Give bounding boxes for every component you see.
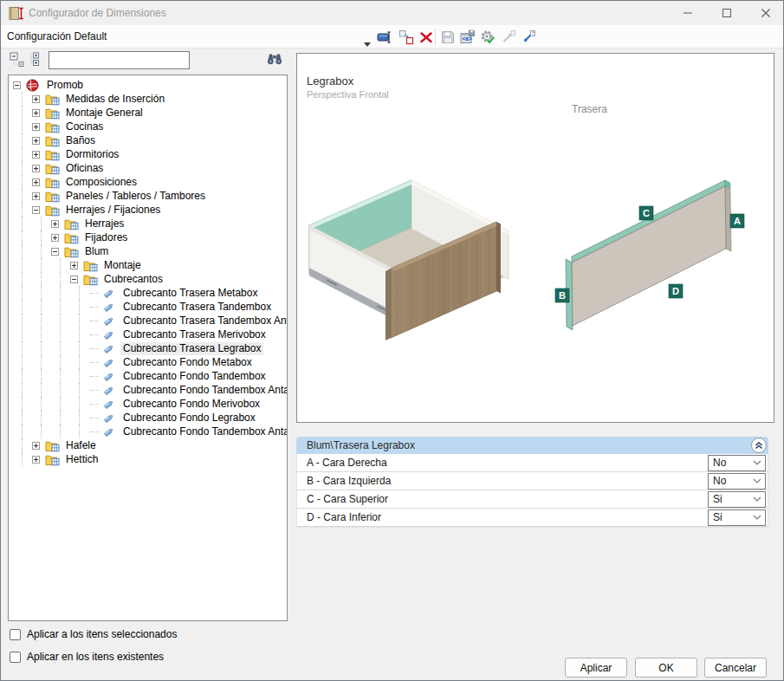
expand-toggle-icon[interactable]	[70, 276, 81, 283]
expand-toggle-icon[interactable]	[32, 456, 42, 464]
folder-icon	[45, 189, 60, 203]
tree-item-ba-os[interactable]: Baños	[9, 133, 287, 147]
apply-selected-items-checkbox[interactable]	[10, 629, 21, 640]
preview-view-label: Trasera	[572, 103, 607, 115]
tree-item-label: Hafele	[63, 439, 99, 452]
expand-toggle-icon[interactable]	[32, 123, 42, 131]
rename-config-icon[interactable]	[377, 29, 392, 45]
expand-toggle-icon[interactable]	[32, 206, 42, 214]
expand-toggle-icon[interactable]	[32, 137, 42, 145]
collapse-group-button[interactable]	[751, 438, 767, 453]
tree-indent-guide	[13, 369, 32, 383]
property-dropdown[interactable]: Si	[708, 509, 766, 526]
expand-toggle-icon[interactable]	[32, 178, 42, 186]
tree-item-medidas-de-inserci-n[interactable]: Medidas de Inserción	[9, 92, 287, 106]
expand-toggle-icon[interactable]	[32, 109, 42, 117]
expand-toggle-icon[interactable]	[32, 442, 42, 450]
tree-item-label: Cubrecanto Fondo Merivobox	[120, 398, 262, 411]
combobox-dropdown-arrow[interactable]	[364, 35, 371, 50]
property-label: D - Cara Inferior	[307, 511, 381, 523]
tree-item-cubrecantos[interactable]: Cubrecantos	[9, 272, 287, 286]
expand-toggle-icon[interactable]	[51, 248, 62, 256]
cancel-button[interactable]: Cancelar	[704, 658, 767, 678]
apply-existing-items-checkbox[interactable]	[10, 652, 21, 663]
tree-item-cubrecanto-trasera-legrabox[interactable]: Cubrecanto Trasera Legrabox	[9, 341, 287, 355]
tree-item-cubrecanto-fondo-tandembox-antaro[interactable]: Cubrecanto Fondo Tandembox Antaro	[9, 425, 287, 438]
apply-existing-items-label[interactable]: Aplicar en los itens existentes	[27, 651, 164, 663]
tree-indent-guide	[32, 369, 51, 383]
expand-toggle-icon[interactable]	[51, 220, 62, 228]
tree-item-paneles-tableros-tambores[interactable]: Paneles / Tableros / Tambores	[9, 189, 287, 203]
tree-indent-guide	[32, 341, 51, 355]
tree-item-cubrecanto-fondo-merivobox[interactable]: Cubrecanto Fondo Merivobox	[9, 397, 287, 411]
expand-toggle-icon[interactable]	[32, 151, 42, 159]
folder-icon	[64, 230, 79, 244]
expand-toggle-icon[interactable]	[51, 234, 62, 242]
property-label: B - Cara Izquierda	[307, 475, 391, 487]
tree-item-cubrecanto-trasera-tandembox-antaro[interactable]: Cubrecanto Trasera Tandembox Antaro	[9, 314, 287, 328]
tree-indent-guide	[13, 244, 32, 258]
tree-item-cubrecanto-trasera-merivobox[interactable]: Cubrecanto Trasera Merivobox	[9, 328, 287, 341]
gear-check-icon[interactable]	[480, 29, 496, 45]
tree-item-oficinas[interactable]: Oficinas	[9, 161, 287, 175]
apply-button[interactable]: Aplicar	[565, 658, 627, 678]
property-dropdown[interactable]: No	[708, 473, 766, 490]
tree-item-label: Herrajes / Fijaciones	[63, 204, 163, 217]
tree-indent-guide	[32, 230, 51, 244]
expand-toggle-icon[interactable]	[32, 95, 42, 103]
tree-item-hettich[interactable]: Hettich	[9, 452, 287, 466]
tree-indent-guide	[70, 425, 89, 438]
chevron-down-icon	[753, 496, 761, 502]
tree-item-label: Cocinas	[63, 120, 106, 133]
tree-item-herrajes[interactable]: Herrajes	[9, 217, 287, 230]
tag-icon	[102, 411, 117, 425]
tree-indent-guide	[32, 383, 51, 397]
expand-all-icon[interactable]	[29, 52, 43, 67]
expand-toggle-icon[interactable]	[32, 165, 42, 172]
tree-item-fijadores[interactable]: Fijadores	[9, 230, 287, 244]
tree-item-label: Cubrecanto Fondo Tandembox Antaro	[120, 425, 288, 438]
close-button[interactable]	[746, 1, 784, 25]
tree-item-dormitorios[interactable]: Dormitorios	[9, 147, 287, 161]
expand-toggle-icon[interactable]	[13, 81, 23, 89]
find-binoculars-icon[interactable]	[266, 50, 283, 67]
save-config-icon[interactable]: <a>	[460, 29, 476, 45]
maximize-button[interactable]	[707, 1, 746, 25]
tree-item-composiciones[interactable]: Composiciones	[9, 175, 287, 189]
folder-icon	[45, 452, 60, 466]
import-arrow-icon[interactable]	[521, 29, 536, 45]
tree-item-montaje[interactable]: Montaje	[9, 258, 287, 272]
delete-config-icon[interactable]	[418, 29, 434, 45]
duplicate-config-icon[interactable]	[398, 29, 414, 45]
configuration-combobox[interactable]: Configuración Default	[7, 25, 107, 49]
tree-item-cubrecanto-fondo-metabox[interactable]: Cubrecanto Fondo Metabox	[9, 355, 287, 369]
tree-item-cocinas[interactable]: Cocinas	[9, 120, 287, 133]
tree-item-cubrecanto-trasera-metabox[interactable]: Cubrecanto Trasera Metabox	[9, 286, 287, 300]
tree-item-herrajes-fijaciones[interactable]: Herrajes / Fijaciones	[9, 203, 287, 217]
collapse-all-icon[interactable]	[10, 52, 24, 67]
save-icon[interactable]	[440, 29, 456, 45]
tree-connector	[89, 328, 100, 341]
property-dropdown[interactable]: Si	[708, 491, 766, 508]
tree-item-promob[interactable]: Promob	[9, 78, 287, 92]
chevron-down-icon	[753, 478, 761, 483]
tree-item-hafele[interactable]: Hafele	[9, 438, 287, 452]
tree-item-blum[interactable]: Blum	[9, 244, 287, 258]
apply-selected-items-label[interactable]: Aplicar a los itens seleccionados	[27, 628, 177, 640]
export-arrow-icon-disabled[interactable]	[501, 29, 516, 45]
ok-button[interactable]: OK	[635, 658, 697, 678]
properties-table: A - Cara DerechaNoB - Cara IzquierdaNoC …	[296, 454, 768, 528]
minimize-button[interactable]	[668, 1, 707, 25]
property-dropdown[interactable]: No	[708, 455, 766, 471]
tree-item-cubrecanto-fondo-tandembox[interactable]: Cubrecanto Fondo Tandembox	[9, 369, 287, 383]
apply-existing-items-row: Aplicar en los itens existentes	[10, 651, 164, 663]
expand-toggle-icon[interactable]	[32, 192, 42, 200]
expand-toggle-icon[interactable]	[70, 262, 81, 269]
tree-item-montaje-general[interactable]: Montaje General	[9, 106, 287, 120]
tree-indent-guide	[13, 230, 32, 244]
tree-item-cubrecanto-fondo-tandembox-antaro[interactable]: Cubrecanto Fondo Tandembox Antaro	[9, 383, 287, 397]
search-input[interactable]	[49, 51, 190, 69]
svg-text:<a>: <a>	[463, 36, 472, 42]
tree-item-cubrecanto-fondo-legrabox[interactable]: Cubrecanto Fondo Legrabox	[9, 411, 287, 425]
tree-item-cubrecanto-trasera-tandembox[interactable]: Cubrecanto Trasera Tandembox	[9, 300, 287, 314]
